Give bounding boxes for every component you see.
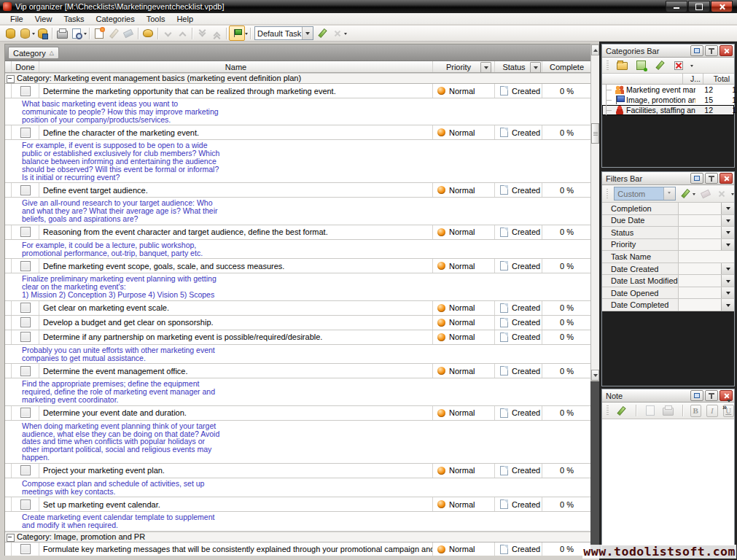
category-item[interactable]: Marketing event manage1212 <box>602 85 734 95</box>
task-row[interactable]: Determine the marketing opportunity that… <box>5 84 591 98</box>
task-row[interactable]: Determine your event date and duration.N… <box>5 406 591 421</box>
task-row[interactable]: Develop a budget and get clear on sponso… <box>5 316 591 330</box>
task-checkbox[interactable] <box>20 408 31 418</box>
move-bottom-button[interactable] <box>195 26 209 40</box>
collapse-icon[interactable] <box>7 75 15 83</box>
note-edit-button[interactable] <box>615 404 628 418</box>
column-header-name[interactable]: Name <box>39 61 433 72</box>
print-button[interactable] <box>55 26 69 40</box>
filter-value[interactable] <box>679 251 734 262</box>
scroll-down-button[interactable] <box>591 370 599 381</box>
filter-value[interactable] <box>679 275 721 287</box>
filter-value[interactable] <box>679 299 721 311</box>
filter-dropdown-button[interactable] <box>721 215 734 227</box>
new-category-button[interactable] <box>615 58 629 72</box>
task-row[interactable]: Define the character of the marketing ev… <box>5 125 591 140</box>
task-row[interactable]: Define marketing event scope, goals, sca… <box>5 259 591 273</box>
task-checkbox[interactable] <box>20 261 31 271</box>
category-row[interactable]: Category: Image, promotion and PR <box>5 532 591 542</box>
filter-dropdown-button[interactable] <box>721 299 734 311</box>
move-down-button[interactable] <box>160 26 175 40</box>
add-subcategory-button[interactable] <box>633 58 648 72</box>
open-database-button[interactable] <box>17 26 32 40</box>
bold-button[interactable]: B <box>690 405 702 417</box>
note-preview-button[interactable] <box>644 404 657 418</box>
task-row[interactable]: Set up marketing event calendar.NormalCr… <box>5 497 591 512</box>
priority-filter-button[interactable] <box>480 62 491 73</box>
task-row[interactable]: Determine if any partnership on marketin… <box>5 330 591 345</box>
task-type-dropdown-button[interactable] <box>302 27 313 39</box>
remove-filter-button[interactable] <box>716 187 728 201</box>
filter-dropdown-button[interactable] <box>721 239 734 251</box>
task-checkbox[interactable] <box>20 499 31 510</box>
task-checkbox[interactable] <box>20 185 31 195</box>
panel-restore-button[interactable] <box>690 173 703 184</box>
filter-dropdown-button[interactable] <box>721 275 734 287</box>
new-database-button[interactable] <box>3 26 17 40</box>
note-content[interactable] <box>602 419 734 545</box>
task-checkbox[interactable] <box>20 86 31 96</box>
task-type-combobox[interactable]: Default Task <box>254 26 313 40</box>
column-header-done[interactable]: Done <box>11 61 39 72</box>
menu-view[interactable]: View <box>29 14 58 24</box>
clear-filter-button[interactable] <box>700 187 711 201</box>
task-checkbox[interactable] <box>20 317 31 327</box>
status-filter-button[interactable] <box>530 62 541 73</box>
filter-toggle-button[interactable] <box>229 26 245 41</box>
menu-file[interactable]: File <box>4 14 29 24</box>
filter-value[interactable] <box>679 239 721 251</box>
save-database-button[interactable] <box>35 26 50 40</box>
category-row[interactable]: Category: Marketing event management bas… <box>5 73 591 84</box>
apply-filter-dropdown-icon[interactable] <box>693 193 695 197</box>
toolbar-overflow-icon[interactable] <box>344 33 347 36</box>
print-dropdown-icon[interactable] <box>84 33 87 36</box>
filter-preset-dropdown-button[interactable] <box>663 187 675 200</box>
cancel-task-type-button[interactable] <box>329 26 344 40</box>
filter-dropdown-button[interactable] <box>721 203 734 214</box>
move-top-button[interactable] <box>209 26 224 40</box>
panel-close-button[interactable] <box>720 173 733 184</box>
panel-close-button[interactable] <box>720 45 733 56</box>
filters-overflow-icon[interactable] <box>731 193 734 197</box>
task-checkbox[interactable] <box>20 332 31 342</box>
menu-categories[interactable]: Categories <box>90 14 141 24</box>
note-print-button[interactable] <box>662 404 675 418</box>
delete-task-button[interactable] <box>121 26 136 40</box>
task-checkbox[interactable] <box>20 544 31 554</box>
filter-dropdown-button[interactable] <box>721 227 734 238</box>
delete-category-button[interactable] <box>671 58 686 72</box>
filter-value[interactable] <box>679 287 721 299</box>
categories-col2-header[interactable]: Total <box>714 74 730 84</box>
filter-dropdown-button[interactable] <box>721 287 734 299</box>
panel-restore-button[interactable] <box>690 45 703 56</box>
task-checkbox[interactable] <box>20 303 31 313</box>
edit-category-button[interactable] <box>652 58 667 72</box>
apply-filter-button[interactable] <box>680 187 692 201</box>
scrollbar-thumb[interactable] <box>591 123 599 144</box>
task-checkbox[interactable] <box>20 227 31 237</box>
category-item[interactable]: Image, promotion and P1515 <box>602 95 734 105</box>
assign-button[interactable] <box>141 26 155 40</box>
task-row[interactable]: Determine the event management office.No… <box>5 364 591 378</box>
task-checkbox[interactable] <box>20 465 31 475</box>
move-up-button[interactable] <box>175 26 190 40</box>
task-row[interactable]: Reasoning from the event character and t… <box>5 225 591 240</box>
filter-value[interactable] <box>679 215 721 227</box>
categories-col1-header[interactable]: J... <box>690 74 701 84</box>
task-row[interactable]: Project your marketing event plan.Normal… <box>5 464 591 478</box>
collapse-icon[interactable] <box>7 534 15 542</box>
filter-value[interactable] <box>679 203 721 214</box>
filter-value[interactable] <box>679 263 721 275</box>
apply-task-type-button[interactable] <box>315 26 329 40</box>
close-button[interactable] <box>711 1 733 12</box>
scroll-up-button[interactable] <box>591 44 599 55</box>
panel-pin-button[interactable] <box>705 173 718 184</box>
task-row[interactable]: Define event target audience.NormalCreat… <box>5 183 591 198</box>
menu-tasks[interactable]: Tasks <box>58 14 90 24</box>
task-row[interactable]: Formulate key marketing messages that wi… <box>5 542 591 557</box>
category-item[interactable]: Facilities, staffing and tr1212 <box>602 105 734 115</box>
filter-preset-combobox[interactable]: Custom <box>614 187 675 201</box>
panel-restore-button[interactable] <box>690 390 703 401</box>
task-checkbox[interactable] <box>20 128 31 138</box>
minimize-button[interactable] <box>666 1 687 12</box>
